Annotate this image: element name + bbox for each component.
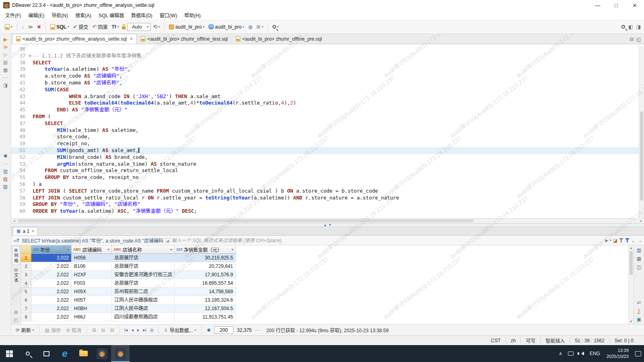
taskbar-search-button[interactable]: [19, 345, 37, 362]
table-cell[interactable]: 2,022: [31, 271, 72, 279]
txn-log-button[interactable]: ⟲▾: [151, 23, 161, 31]
new-sql-editor-button[interactable]: ▾: [3, 23, 14, 31]
txn-mode-dropdown[interactable]: Tf▾: [110, 23, 120, 31]
table-cell[interactable]: 20,729,641: [175, 262, 236, 271]
row-number[interactable]: 5: [21, 288, 31, 296]
code-line[interactable]: 44 ELSE toDecimal64(toDecimal64(a.sale_a…: [11, 100, 639, 107]
results-vscroll-thumb[interactable]: [630, 251, 633, 275]
code-line[interactable]: 51 SUM(goods_amt) AS sale_amt,: [11, 147, 639, 154]
column-header[interactable]: ABC店铺编码▼: [72, 245, 112, 254]
code-line[interactable]: 52 MIN(brand_code) AS brand_code,: [11, 154, 639, 161]
select-all-corner[interactable]: [21, 245, 31, 254]
save-button[interactable]: ▤保存: [43, 325, 63, 335]
code-line[interactable]: 56) a: [11, 181, 639, 188]
scroll-left-icon[interactable]: ◂: [11, 219, 17, 223]
overflow-more-icon[interactable]: ⋯: [3, 161, 8, 166]
abort-icon[interactable]: ✖: [35, 23, 43, 31]
quick-search-icon[interactable]: [621, 25, 625, 29]
value-viewer-panel-icon[interactable]: ▥: [637, 248, 641, 253]
table-row[interactable]: 52,022H05X苏州观前街二店14,798,569: [21, 288, 634, 296]
maximize-editor-icon[interactable]: ▲: [324, 223, 327, 227]
results-vscrollbar[interactable]: ▲ ▼: [628, 245, 634, 324]
column-filter-icon[interactable]: ▼: [107, 248, 110, 251]
table-cell[interactable]: 11,913,751.45: [175, 313, 236, 321]
table-cell[interactable]: H2XF: [72, 271, 112, 279]
table-cell[interactable]: 2,022: [31, 262, 72, 271]
code-line[interactable]: 41 b.store_name AS "店铺名称",: [11, 80, 639, 86]
settings-gear-icon[interactable]: ✱: [3, 154, 7, 158]
code-line[interactable]: 53 argMin(store_nature,sale_time) AS sto…: [11, 161, 639, 168]
file-explorer-button[interactable]: [74, 345, 93, 362]
error-log-icon[interactable]: ▧: [3, 177, 8, 181]
table-cell[interactable]: 安徽合肥淮河路步行街三店: [112, 271, 175, 279]
history-back-icon[interactable]: ←: [631, 238, 636, 243]
duplicate-row-icon[interactable]: ⧉: [99, 326, 107, 334]
active-app-button[interactable]: [111, 345, 130, 362]
delete-row-icon[interactable]: ⊟: [108, 326, 116, 334]
row-number[interactable]: 2: [21, 262, 31, 271]
text-view-tab[interactable]: ▤ 文本: [12, 266, 20, 285]
task-view-button[interactable]: [37, 345, 56, 362]
table-cell[interactable]: H0BH: [72, 304, 112, 313]
table-cell[interactable]: 2,022: [31, 288, 72, 296]
table-row[interactable]: 82,022H66J四川成都春熙路四店11,913,751.45: [21, 313, 634, 321]
sql-templates-icon[interactable]: ▦: [3, 68, 8, 72]
column-header[interactable]: 123年份▼: [31, 245, 72, 254]
explain-plan-icon[interactable]: ▤: [3, 60, 8, 65]
code-line[interactable]: 46FROM (: [11, 113, 639, 120]
menu-item[interactable]: 导航(N): [48, 10, 72, 20]
table-cell[interactable]: 四川成都春熙路四店: [112, 313, 175, 321]
code-line[interactable]: 47 SELECT: [11, 120, 639, 127]
pinned-app-button[interactable]: [93, 345, 111, 362]
table-cell[interactable]: 江阴人民中路店: [112, 304, 175, 313]
code-line[interactable]: 59GROUP BY "年份", "店铺编码", "店铺名称": [11, 201, 639, 208]
action-center-button[interactable]: [632, 345, 644, 362]
grid-menu-dropdown[interactable]: ⊞▾: [255, 23, 265, 31]
menu-item[interactable]: 文件(F): [2, 10, 25, 20]
metadata-panel-icon[interactable]: ◫: [637, 265, 641, 269]
table-cell[interactable]: 17,901,576.9: [175, 271, 236, 279]
editor-hscrollbar[interactable]: ◂ ▸: [11, 218, 644, 223]
table-cell[interactable]: 14,798,569: [175, 288, 236, 296]
start-button[interactable]: [0, 345, 19, 362]
table-cell[interactable]: 13,185,324.6: [175, 296, 236, 304]
calc-panel-icon[interactable]: ▦: [637, 256, 641, 261]
cancel-button[interactable]: ⊘取消: [64, 325, 83, 335]
table-row[interactable]: 42,022F003总部展厅店16,695,557.54: [21, 279, 634, 288]
fetch-icon[interactable]: ↓: [20, 23, 26, 31]
lock-icon[interactable]: [122, 27, 126, 29]
record-mode-toggle[interactable]: ⊟: [14, 310, 18, 315]
execute-new-tab-icon[interactable]: ▷: [4, 52, 7, 57]
code-line[interactable]: 48 MIN(sale_time) AS saletime,: [11, 127, 639, 134]
overflow-icon[interactable]: ⋯: [3, 75, 8, 80]
vscroll-thumb[interactable]: [640, 111, 643, 201]
table-row[interactable]: 12,022H056总部展厅店30,215,925.5: [21, 254, 634, 262]
references-panel-icon[interactable]: ⇄: [637, 300, 641, 305]
maximize-button[interactable]: □: [607, 0, 625, 10]
search-dropdown[interactable]: ▾: [271, 24, 281, 30]
row-number[interactable]: 4: [21, 279, 31, 288]
code-line[interactable]: 39 toYear(a.saletime) AS "年份",: [11, 66, 639, 73]
output-panel-icon[interactable]: ◨: [3, 83, 8, 88]
results-tab[interactable]: ▦ a 1 ×: [13, 227, 38, 235]
edge-button[interactable]: e: [56, 345, 74, 362]
column-filter-icon[interactable]: ▼: [67, 248, 70, 251]
minimize-button[interactable]: —: [588, 0, 607, 10]
table-row[interactable]: 32,022H2XF安徽合肥淮河路步行街三店17,901,576.9: [21, 271, 634, 279]
tray-monitor-icon[interactable]: [565, 345, 576, 362]
results-tab-close-icon[interactable]: ×: [31, 228, 34, 234]
result-settings-gear-icon[interactable]: ✱: [205, 326, 213, 334]
code-line[interactable]: 49 store_code,: [11, 134, 639, 140]
taskbar-clock[interactable]: 13:39 2025/10/23: [603, 348, 632, 360]
column-header[interactable]: 123净销售金额（元）▼: [175, 245, 236, 254]
code-line[interactable]: 60ORDER BY toYear(a.saletime) ASC, "净销售金…: [11, 208, 639, 215]
scroll-right-icon[interactable]: ▸: [638, 219, 644, 223]
prev-row-button[interactable]: ◂: [130, 327, 135, 333]
save-log-icon[interactable]: ▨: [3, 184, 8, 189]
row-number[interactable]: 7: [21, 304, 31, 313]
grid-view-tab[interactable]: ▦ 网格: [12, 246, 20, 265]
editor-vscrollbar[interactable]: [639, 46, 644, 218]
menu-item[interactable]: SQL 编辑器: [95, 10, 128, 20]
table-row[interactable]: 62,022H05T江阴人民中路旗舰店13,185,324.6: [21, 296, 634, 304]
close-button[interactable]: ✕: [625, 0, 644, 10]
